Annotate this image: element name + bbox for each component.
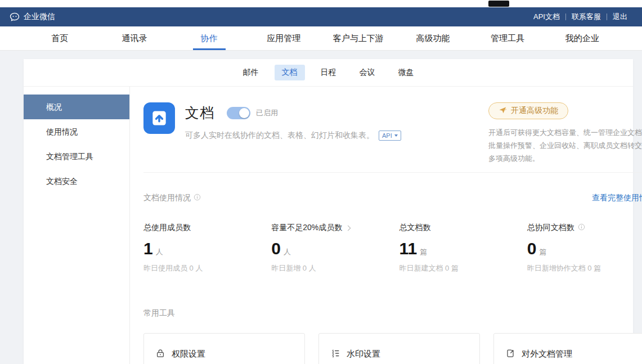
main-nav: 首页 通讯录 协作 应用管理 客户与上下游 高级功能 管理工具 我的企业 bbox=[0, 26, 642, 51]
stat-label: 总文档数 bbox=[399, 223, 431, 233]
content-area: 邮件 文档 日程 会议 微盘 概况 使用情况 文档管理工具 文档安全 bbox=[0, 51, 642, 364]
caret-down-icon bbox=[394, 134, 398, 137]
nav-tab-customers[interactable]: 客户与上下游 bbox=[321, 26, 396, 50]
stat-collab-docs: 总协同文档数 0篇 昨日新增协作文档 0 篇 bbox=[527, 222, 642, 273]
stat-unit: 人 bbox=[156, 248, 163, 256]
stat-low-capacity-members: 容量不足20%成员数 0人 昨日新增 0 人 bbox=[271, 222, 399, 273]
premium-description: 开通后可获得更大文档容量、统一管理企业文档、批量操作预警、企业回收站、离职成员文… bbox=[488, 127, 642, 165]
stat-number: 0 bbox=[271, 239, 281, 258]
stat-label: 总协同文档数 bbox=[527, 223, 585, 233]
chevron-right-icon bbox=[345, 225, 351, 231]
app-header: 文档 已启用 可多人实时在线协作的文档、表格、幻灯片和收集表。 API bbox=[143, 102, 642, 160]
usage-title-text: 文档使用情况 bbox=[143, 193, 191, 203]
api-label: API bbox=[382, 132, 392, 140]
card-permission-settings[interactable]: 权限设置 设置企业内外的访问权限 bbox=[143, 333, 305, 364]
upgrade-premium-button[interactable]: 开通高级功能 bbox=[488, 102, 568, 119]
nav-tab-advanced-features[interactable]: 高级功能 bbox=[396, 26, 470, 50]
sidebar-item-overview[interactable]: 概况 bbox=[24, 95, 129, 119]
tools-section-title: 常用工具 bbox=[143, 308, 642, 318]
stat-subtext: 昨日新建文档 0 篇 bbox=[399, 263, 527, 273]
stat-value: 0篇 bbox=[527, 239, 642, 258]
sidebar-item-doc-security[interactable]: 文档安全 bbox=[24, 169, 129, 194]
stat-number: 1 bbox=[143, 239, 153, 258]
panel-body: 概况 使用情况 文档管理工具 文档安全 文档 bbox=[24, 87, 633, 364]
stat-total-docs: 总文档数 11篇 昨日新建文档 0 篇 bbox=[399, 222, 527, 273]
stat-label-text: 总使用成员数 bbox=[143, 223, 191, 233]
wecom-logo-icon bbox=[9, 11, 20, 23]
lock-icon bbox=[155, 348, 165, 360]
enable-toggle[interactable] bbox=[227, 107, 250, 119]
nav-tab-collaboration[interactable]: 协作 bbox=[172, 26, 246, 50]
stat-number: 0 bbox=[527, 239, 537, 258]
nav-tab-management-tools[interactable]: 管理工具 bbox=[470, 26, 545, 50]
stat-label-text: 总协同文档数 bbox=[527, 223, 574, 233]
card-title: 权限设置 bbox=[172, 349, 205, 359]
stat-label-text: 容量不足20%成员数 bbox=[271, 223, 342, 233]
main-content: 文档 已启用 可多人实时在线协作的文档、表格、幻灯片和收集表。 API bbox=[129, 87, 642, 364]
usage-title: 文档使用情况 bbox=[143, 193, 201, 203]
stat-subtext: 昨日使用成员 0 人 bbox=[143, 263, 271, 273]
topbar: 企业微信 API文档 联系客服 退出 bbox=[0, 7, 642, 26]
card-external-doc-management[interactable]: 对外文档管理 查看和管理允许企业外访问的文档 bbox=[493, 333, 642, 364]
info-icon bbox=[194, 194, 201, 203]
stat-total-members: 总使用成员数 1人 昨日使用成员 0 人 bbox=[143, 222, 271, 273]
subnav-tab-mail[interactable]: 邮件 bbox=[236, 65, 266, 80]
stat-label-link[interactable]: 容量不足20%成员数 bbox=[271, 223, 350, 233]
card-header: 对外文档管理 bbox=[505, 348, 642, 360]
card-header: 权限设置 bbox=[155, 348, 293, 360]
nav-tab-home[interactable]: 首页 bbox=[23, 26, 97, 50]
view-full-usage-link[interactable]: 查看完整使用情况 bbox=[592, 193, 642, 203]
page-title: 文档 bbox=[185, 104, 214, 122]
card-title: 水印设置 bbox=[347, 349, 380, 359]
sidebar-item-usage[interactable]: 使用情况 bbox=[24, 119, 129, 144]
stat-number: 11 bbox=[399, 239, 417, 258]
subnav-tab-drive[interactable]: 微盘 bbox=[391, 65, 421, 80]
nav-tab-app-management[interactable]: 应用管理 bbox=[246, 26, 321, 50]
stat-value: 11篇 bbox=[399, 239, 527, 258]
stat-unit: 篇 bbox=[539, 248, 546, 256]
link-api-docs[interactable]: API文档 bbox=[528, 12, 565, 22]
stat-value: 1人 bbox=[143, 239, 271, 258]
subnav-tab-meeting[interactable]: 会议 bbox=[352, 65, 383, 80]
stat-value: 0人 bbox=[271, 239, 399, 258]
sub-nav: 邮件 文档 日程 会议 微盘 bbox=[24, 59, 633, 87]
app-desc-row: 可多人实时在线协作的文档、表格、幻灯片和收集表。 API bbox=[185, 131, 401, 141]
tool-cards: 权限设置 设置企业内外的访问权限 水印设置 为企业内文档开启水印 bbox=[143, 333, 642, 364]
usage-header: 文档使用情况 查看完整使用情况 bbox=[143, 193, 642, 203]
nav-tab-contacts[interactable]: 通讯录 bbox=[97, 26, 172, 50]
active-tab-underline bbox=[193, 48, 226, 50]
info-icon bbox=[578, 223, 585, 232]
card-header: 水印设置 bbox=[330, 348, 468, 360]
docs-app-icon bbox=[143, 102, 175, 134]
page: 企业微信 API文档 联系客服 退出 首页 通讯录 协作 应用管理 客户与上下游… bbox=[0, 0, 642, 364]
nav-tab-my-company[interactable]: 我的企业 bbox=[545, 26, 619, 50]
api-dropdown[interactable]: API bbox=[379, 131, 401, 141]
stat-subtext: 昨日新增协作文档 0 篇 bbox=[527, 263, 642, 273]
stat-unit: 篇 bbox=[420, 248, 427, 256]
brand[interactable]: 企业微信 bbox=[9, 11, 55, 23]
external-doc-icon bbox=[505, 348, 515, 360]
topbar-links: API文档 联系客服 退出 bbox=[528, 12, 633, 22]
top-strip bbox=[0, 0, 642, 7]
stat-unit: 人 bbox=[284, 248, 291, 256]
link-contact-support[interactable]: 联系客服 bbox=[566, 12, 607, 22]
brand-name: 企业微信 bbox=[24, 12, 55, 22]
subnav-tab-docs[interactable]: 文档 bbox=[275, 65, 305, 80]
premium-icon bbox=[499, 106, 507, 116]
app-description: 可多人实时在线协作的文档、表格、幻灯片和收集表。 bbox=[185, 131, 374, 141]
link-logout[interactable]: 退出 bbox=[607, 12, 633, 22]
divider bbox=[143, 172, 642, 173]
premium-button-label: 开通高级功能 bbox=[511, 106, 558, 116]
status-label: 已启用 bbox=[256, 108, 278, 118]
card-watermark-settings[interactable]: 水印设置 为企业内文档开启水印，数据泄露事件可追 bbox=[318, 333, 480, 364]
toggle-knob bbox=[239, 108, 249, 118]
app-title-row: 文档 已启用 bbox=[185, 104, 401, 122]
subnav-tab-calendar[interactable]: 日程 bbox=[313, 65, 344, 80]
sidebar-item-doc-tools[interactable]: 文档管理工具 bbox=[24, 144, 129, 169]
app-header-text: 文档 已启用 可多人实时在线协作的文档、表格、幻灯片和收集表。 API bbox=[185, 102, 401, 160]
browser-artifact bbox=[488, 1, 509, 7]
watermark-icon bbox=[330, 348, 340, 360]
stat-label-text: 总文档数 bbox=[399, 223, 431, 233]
stat-subtext: 昨日新增 0 人 bbox=[271, 263, 399, 273]
premium-section: 开通高级功能 开通后可获得更大文档容量、统一管理企业文档、批量操作预警、企业回收… bbox=[488, 102, 642, 165]
